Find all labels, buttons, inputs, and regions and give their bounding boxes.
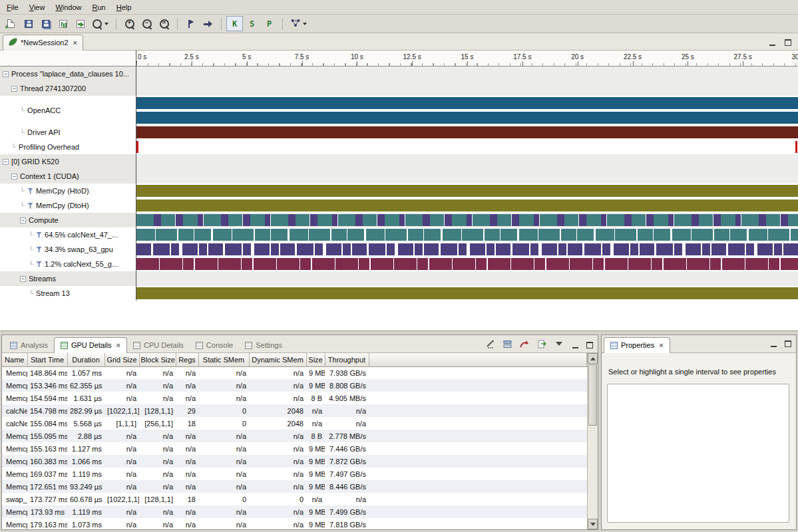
table-row[interactable]: Memcpy173.93 ms1.119 msn/an/an/an/an/a9 … [2,505,587,518]
timeline-row-header[interactable]: −Process "laplace_data_clauses 10... [0,66,136,81]
column-header-size[interactable]: Size [306,353,325,366]
analysis-button[interactable] [288,16,309,31]
table-row[interactable]: Memcpy154.594 ms1.631 µsn/an/an/an/an/a8… [2,392,587,404]
export-button[interactable] [72,16,89,31]
timeline-row-header[interactable]: └Driver API [0,125,136,140]
collapse-toggle-icon[interactable]: − [3,71,9,77]
menu-window[interactable]: Window [50,1,87,13]
menu-run[interactable]: Run [87,1,111,13]
new-session-button[interactable] [3,16,19,31]
collapse-toggle-icon[interactable]: − [20,217,26,223]
pc-mode-button[interactable]: P [261,16,278,31]
collapse-toggle-icon[interactable]: − [3,159,9,165]
close-session-tab-icon[interactable]: × [73,39,77,46]
column-header-regs[interactable]: Regs [176,353,198,366]
tab-cpu-details[interactable]: CPU Details [127,338,190,353]
timeline-row-header[interactable]: −Context 1 (CUDA) [0,169,136,184]
zoom-in-button[interactable] [121,16,138,31]
minimize-properties-button[interactable] [769,338,778,347]
timeline-track[interactable] [136,125,798,140]
timeline-row-header[interactable]: −Compute [0,213,136,227]
timeline-track[interactable] [136,227,798,242]
table-row[interactable]: Memcpy148.864 ms1.057 msn/an/an/an/an/a9… [2,366,587,379]
zoom-fit-button[interactable] [156,16,172,31]
timeline-track[interactable] [136,198,798,213]
tab-analysis[interactable]: Analysis [4,338,54,353]
column-header-name[interactable]: Name [2,353,27,366]
timeline-row-header[interactable]: └64.5% calcNext_47_... [0,227,136,242]
timeline-track[interactable] [136,184,798,198]
goto-timeline-button[interactable] [518,338,530,349]
timeline-ruler[interactable]: 0 s2.5 s5 s7.5 s10 s12.5 s15 s17.5 s20 s… [136,51,798,66]
timeline-row-header[interactable]: −Streams [0,271,136,286]
timeline-row-header[interactable]: └Stream 13 [0,286,136,301]
vertical-scrollbar[interactable] [587,353,598,529]
timeline-track[interactable] [136,96,798,125]
timeline-bar[interactable] [136,214,798,226]
timeline-track[interactable] [136,242,798,257]
timeline-bar[interactable] [136,243,798,255]
view-menu-button[interactable] [553,338,565,349]
table-row[interactable]: Memcpy155.095 ms2.88 µsn/an/an/an/an/a8 … [2,430,587,442]
minimize-details-button[interactable] [570,340,580,348]
tab-gpu-details[interactable]: GPU Details× [54,337,127,353]
maximize-properties-button[interactable] [783,338,793,347]
menu-file[interactable]: File [1,1,24,13]
timeline-track[interactable] [136,169,798,184]
marker-arrow-button[interactable] [200,16,216,31]
table-row[interactable]: Memcpy169.037 ms1.119 msn/an/an/an/an/a9… [2,467,587,480]
timeline-track[interactable] [136,140,798,154]
timeline-row-header[interactable]: └MemCpy (HtoD) [0,184,136,198]
summary-button[interactable] [484,338,496,349]
timeline-bar[interactable] [136,229,798,241]
save-all-button[interactable] [37,16,54,31]
timeline-row-header[interactable]: └34.3% swap_63_gpu [0,242,136,257]
timeline-bar[interactable] [136,185,798,197]
zoom-mode-button[interactable] [89,16,111,31]
tab-console[interactable]: Console [190,338,239,353]
timeline-bar[interactable] [136,97,798,109]
column-header-static-smem[interactable]: Static SMem [198,353,249,366]
timeline-row-header[interactable]: └Profiling Overhead [0,140,136,154]
table-row[interactable]: Memcpy155.163 ms1.127 msn/an/an/an/an/a9… [2,442,587,455]
table-row[interactable]: swap_63173.727 ms60.678 µs[1022,1,1][128… [2,493,587,505]
collapse-toggle-icon[interactable]: − [11,86,17,92]
timeline-track[interactable] [136,286,798,301]
maximize-details-button[interactable] [585,340,594,348]
save-button[interactable] [20,16,37,31]
timeline-track[interactable] [136,81,798,96]
table-row[interactable]: Memcpy172.651 ms93.249 µsn/an/an/an/an/a… [2,480,587,493]
scroll-down-button[interactable] [588,519,598,529]
column-header-grid-size[interactable]: Grid Size [104,353,139,366]
kernel-mode-button[interactable]: K [226,16,243,31]
source-mode-button[interactable]: S [244,16,260,31]
timeline-track[interactable] [136,66,798,81]
timeline-bar[interactable] [136,126,798,138]
timeline-bar[interactable] [136,200,798,211]
timeline-row-header[interactable]: └OpenACC [0,96,136,125]
timeline-track[interactable] [136,257,798,271]
table-row[interactable]: calcNext154.798 ms282.99 µs[1022,1,1][12… [2,404,587,417]
marker-flag-button[interactable] [182,16,199,31]
column-header-dynamic-smem[interactable]: Dynamic SMem [249,353,306,366]
collapse-toggle-icon[interactable]: − [11,174,17,180]
timeline-bar[interactable] [136,141,138,153]
minimize-button[interactable] [767,37,777,46]
table-row[interactable]: Memcpy153.346 ms62.355 µsn/an/an/an/an/a… [2,379,587,392]
timeline-row-header[interactable]: └1.2% calcNext_55_g... [0,257,136,271]
collapse-toggle-icon[interactable]: − [20,276,26,282]
export-csv-button[interactable] [536,338,548,349]
report-button[interactable] [55,16,71,31]
timeline-track[interactable] [136,213,798,227]
scrollbar-track[interactable] [588,426,598,519]
close-tab-icon[interactable]: × [116,342,120,348]
columns-button[interactable] [501,338,513,349]
timeline-track[interactable] [136,271,798,286]
timeline-row-header[interactable]: −[0] GRID K520 [0,154,136,169]
tab-properties[interactable]: Properties × [604,337,670,353]
column-header-start-time[interactable]: Start Time [27,353,67,366]
column-header-block-size[interactable]: Block Size [139,353,176,366]
menu-help[interactable]: Help [111,1,137,13]
tab-settings[interactable]: Settings [239,338,288,353]
scroll-up-button[interactable] [588,353,598,364]
